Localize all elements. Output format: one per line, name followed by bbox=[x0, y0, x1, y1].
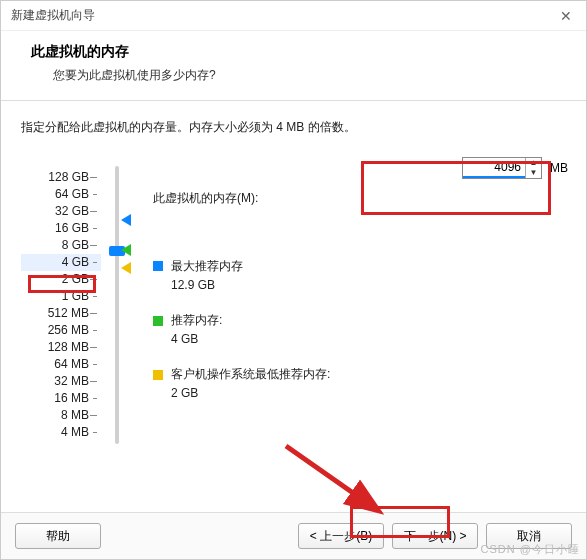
min-marker-icon bbox=[121, 262, 131, 274]
legend-max-label: 最大推荐内存 bbox=[171, 259, 243, 273]
content-area: 指定分配给此虚拟机的内存量。内存大小必须为 4 MB 的倍数。 ▲ ▼ MB 1… bbox=[1, 101, 586, 469]
scale-tick: 64 GB bbox=[21, 186, 101, 203]
yellow-square-icon bbox=[153, 370, 163, 380]
wizard-dialog: 新建虚拟机向导 ✕ 此虚拟机的内存 您要为此虚拟机使用多少内存? 指定分配给此虚… bbox=[0, 0, 587, 560]
memory-spinner[interactable]: ▲ ▼ bbox=[462, 157, 542, 179]
legend-rec-value: 4 GB bbox=[153, 330, 566, 349]
scale-tick: 2 GB bbox=[21, 271, 101, 288]
legend-min-value: 2 GB bbox=[153, 384, 566, 403]
green-square-icon bbox=[153, 316, 163, 326]
titlebar: 新建虚拟机向导 ✕ bbox=[1, 1, 586, 31]
window-title: 新建虚拟机向导 bbox=[11, 7, 95, 24]
scale-tick: 1 GB bbox=[21, 288, 101, 305]
memory-field-label: 此虚拟机的内存(M): bbox=[153, 189, 566, 208]
blue-square-icon bbox=[153, 261, 163, 271]
wizard-header: 此虚拟机的内存 您要为此虚拟机使用多少内存? bbox=[1, 31, 586, 101]
scale-tick: 32 GB bbox=[21, 203, 101, 220]
spinner-up-icon[interactable]: ▲ bbox=[526, 158, 541, 168]
legend-max-value: 12.9 GB bbox=[153, 276, 566, 295]
memory-field-group: ▲ ▼ MB bbox=[462, 157, 568, 179]
legend-min-label: 客户机操作系统最低推荐内存: bbox=[171, 367, 330, 381]
instruction-text: 指定分配给此虚拟机的内存量。内存大小必须为 4 MB 的倍数。 bbox=[21, 119, 566, 136]
scale-tick: 64 MB bbox=[21, 356, 101, 373]
legend: 此虚拟机的内存(M): 最大推荐内存 12.9 GB 推荐内存: 4 GB 客户… bbox=[137, 189, 566, 419]
page-title: 此虚拟机的内存 bbox=[31, 43, 556, 61]
scale-tick: 512 MB bbox=[21, 305, 101, 322]
back-button[interactable]: < 上一步(B) bbox=[298, 523, 384, 549]
next-button[interactable]: 下一步(N) > bbox=[392, 523, 478, 549]
spinner-down-icon[interactable]: ▼ bbox=[526, 168, 541, 178]
scale-tick: 4 GB bbox=[21, 254, 101, 271]
scale-tick: 128 MB bbox=[21, 339, 101, 356]
rec-marker-icon bbox=[121, 244, 131, 256]
slider-track[interactable] bbox=[115, 166, 119, 444]
scale-tick: 128 GB bbox=[21, 169, 101, 186]
scale-tick: 4 MB bbox=[21, 424, 101, 441]
max-marker-icon bbox=[121, 214, 131, 226]
page-subtitle: 您要为此虚拟机使用多少内存? bbox=[31, 67, 556, 84]
close-icon[interactable]: ✕ bbox=[556, 4, 576, 28]
help-button[interactable]: 帮助 bbox=[15, 523, 101, 549]
scale-tick: 16 GB bbox=[21, 220, 101, 237]
memory-input[interactable] bbox=[463, 158, 525, 178]
scale-tick: 8 GB bbox=[21, 237, 101, 254]
scale-tick: 16 MB bbox=[21, 390, 101, 407]
scale-tick: 32 MB bbox=[21, 373, 101, 390]
watermark-text: CSDN @今日小睡 bbox=[481, 542, 580, 557]
spinner-arrows[interactable]: ▲ ▼ bbox=[525, 158, 541, 178]
memory-slider[interactable] bbox=[101, 160, 137, 449]
memory-scale: 128 GB64 GB32 GB16 GB8 GB4 GB2 GB1 GB512… bbox=[21, 169, 101, 441]
legend-min: 客户机操作系统最低推荐内存: 2 GB bbox=[153, 365, 566, 403]
legend-rec: 推荐内存: 4 GB bbox=[153, 311, 566, 349]
legend-rec-label: 推荐内存: bbox=[171, 313, 222, 327]
legend-max: 最大推荐内存 12.9 GB bbox=[153, 257, 566, 295]
memory-row: 128 GB64 GB32 GB16 GB8 GB4 GB2 GB1 GB512… bbox=[21, 160, 566, 449]
scale-tick: 8 MB bbox=[21, 407, 101, 424]
scale-tick: 256 MB bbox=[21, 322, 101, 339]
memory-unit: MB bbox=[550, 161, 568, 175]
